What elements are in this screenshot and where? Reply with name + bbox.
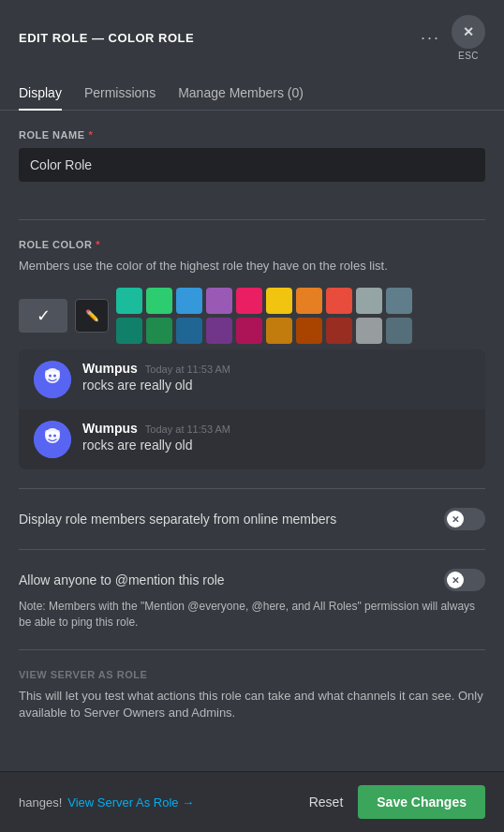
message-author-1: Wumpus	[82, 361, 138, 376]
allow-mention-toggle[interactable]: ✕	[444, 569, 485, 591]
avatar-1	[34, 361, 71, 398]
svg-point-6	[53, 375, 56, 378]
more-options-icon[interactable]: ···	[421, 28, 440, 48]
custom-color-swatch[interactable]: ✏️	[75, 299, 109, 333]
divider-4	[19, 649, 485, 650]
checkmark-icon: ✓	[37, 305, 51, 326]
color-swatch[interactable]	[146, 318, 172, 344]
color-swatch[interactable]	[176, 288, 202, 314]
toggle-x-icon-2: ✕	[452, 575, 459, 586]
color-swatch[interactable]	[206, 288, 232, 314]
color-swatch[interactable]	[296, 318, 322, 344]
header-actions: ··· ✕ ESC	[421, 15, 485, 61]
footer: hanges! View Server As Role → Reset Save…	[0, 771, 504, 832]
color-swatch[interactable]	[296, 288, 322, 314]
divider-3	[19, 549, 485, 550]
color-picker-row: ✓ ✏️	[19, 288, 485, 344]
reset-button[interactable]: Reset	[309, 795, 344, 810]
color-row-1	[116, 288, 412, 314]
message-content-1: Wumpus Today at 11:53 AM rocks are reall…	[82, 361, 470, 393]
preview-section: Wumpus Today at 11:53 AM rocks are reall…	[19, 349, 485, 469]
color-swatch[interactable]	[356, 318, 382, 344]
default-color-swatch[interactable]: ✓	[19, 299, 67, 333]
color-swatch[interactable]	[206, 318, 232, 344]
display-separate-toggle[interactable]: ✕	[444, 508, 485, 530]
toggle-circle-2: ✕	[447, 572, 464, 588]
tab-manage-members[interactable]: Manage Members (0)	[178, 76, 304, 110]
color-swatch[interactable]	[326, 318, 352, 344]
display-separate-label: Display role members separately from onl…	[19, 512, 336, 527]
color-swatch[interactable]	[326, 288, 352, 314]
role-name-input[interactable]	[19, 148, 485, 182]
allow-mention-note: Note: Members with the "Mention @everyon…	[19, 599, 485, 631]
required-star-color: *	[96, 239, 100, 250]
color-row-2	[116, 318, 412, 344]
color-swatch[interactable]	[386, 318, 412, 344]
display-separate-row: Display role members separately from onl…	[19, 508, 485, 530]
role-color-description: Members use the color of the highest rol…	[19, 258, 485, 275]
message-author-2: Wumpus	[82, 421, 138, 436]
close-icon[interactable]: ✕	[452, 15, 485, 49]
color-swatch[interactable]	[236, 288, 262, 314]
color-swatch[interactable]	[236, 318, 262, 344]
page-title: EDIT ROLE — COLOR ROLE	[19, 31, 194, 45]
color-swatch[interactable]	[116, 288, 142, 314]
divider-1	[19, 219, 485, 220]
color-swatch[interactable]	[266, 318, 292, 344]
author-row-1: Wumpus Today at 11:53 AM	[82, 361, 470, 376]
role-color-label: ROLE COLOR *	[19, 239, 485, 250]
tab-permissions[interactable]: Permissions	[84, 76, 156, 110]
role-name-label: ROLE NAME *	[19, 129, 485, 141]
footer-buttons: Reset Save Changes	[309, 785, 485, 819]
pencil-icon: ✏️	[85, 309, 99, 322]
save-button[interactable]: Save Changes	[358, 785, 485, 819]
view-server-label: VIEW SERVER AS ROLE	[19, 669, 485, 680]
message-time-1: Today at 11:53 AM	[145, 364, 230, 375]
color-swatch[interactable]	[146, 288, 172, 314]
required-star: *	[89, 129, 94, 141]
divider-2	[19, 488, 485, 489]
avatar-2	[34, 421, 71, 458]
message-content-2: Wumpus Today at 11:53 AM rocks are reall…	[82, 421, 470, 453]
esc-label: ESC	[458, 51, 479, 61]
header: EDIT ROLE — COLOR ROLE ··· ✕ ESC	[0, 0, 504, 76]
preview-message-1: Wumpus Today at 11:53 AM rocks are reall…	[19, 349, 485, 409]
view-server-link[interactable]: View Server As Role →	[67, 795, 194, 810]
allow-mention-row: Allow anyone to @mention this role ✕	[19, 569, 485, 591]
message-text-1: rocks are really old	[82, 378, 470, 393]
allow-mention-label: Allow anyone to @mention this role	[19, 572, 225, 587]
color-grid	[116, 288, 412, 344]
color-swatch[interactable]	[356, 288, 382, 314]
toggle-x-icon: ✕	[452, 514, 459, 525]
color-swatch[interactable]	[176, 318, 202, 344]
main-content: ROLE NAME * ROLE COLOR * Members use the…	[0, 111, 504, 811]
view-server-description: This will let you test what actions this…	[19, 688, 485, 721]
tabs-bar: Display Permissions Manage Members (0)	[0, 76, 504, 111]
preview-message-2: Wumpus Today at 11:53 AM rocks are reall…	[19, 409, 485, 469]
toggle-circle: ✕	[447, 511, 464, 527]
svg-point-13	[53, 435, 56, 438]
footer-hint: hanges! View Server As Role →	[19, 795, 194, 810]
message-time-2: Today at 11:53 AM	[145, 423, 230, 435]
esc-button[interactable]: ✕ ESC	[452, 15, 485, 61]
svg-point-12	[49, 435, 52, 438]
author-row-2: Wumpus Today at 11:53 AM	[82, 421, 470, 436]
color-swatch[interactable]	[386, 288, 412, 314]
color-swatch[interactable]	[116, 318, 142, 344]
tab-display[interactable]: Display	[19, 76, 62, 110]
message-text-2: rocks are really old	[82, 438, 470, 453]
color-swatch[interactable]	[266, 288, 292, 314]
svg-point-5	[49, 375, 52, 378]
